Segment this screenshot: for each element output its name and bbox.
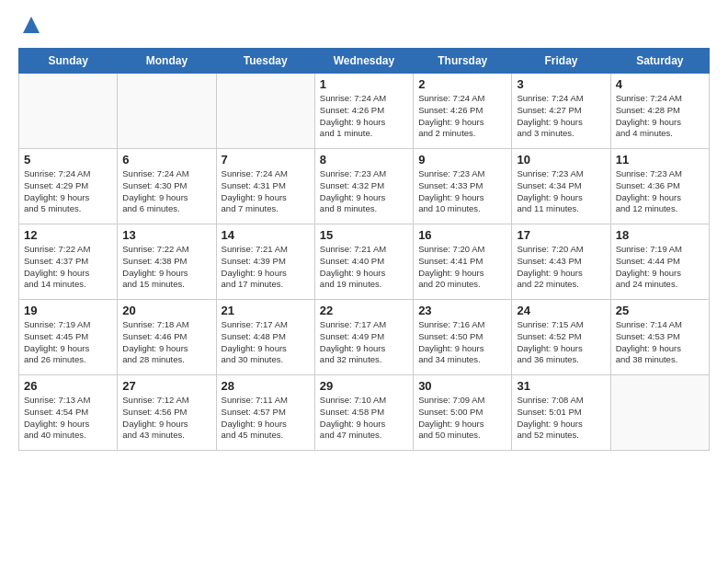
- calendar-cell: 4Sunrise: 7:24 AM Sunset: 4:28 PM Daylig…: [610, 74, 709, 149]
- col-friday: Friday: [512, 49, 610, 74]
- day-number: 13: [122, 228, 210, 242]
- day-info: Sunrise: 7:23 AM Sunset: 4:34 PM Dayligh…: [517, 168, 605, 215]
- calendar-cell: 12Sunrise: 7:22 AM Sunset: 4:37 PM Dayli…: [19, 224, 118, 300]
- calendar-week-1: 1Sunrise: 7:24 AM Sunset: 4:26 PM Daylig…: [19, 74, 710, 149]
- day-number: 1: [320, 77, 408, 91]
- calendar-cell: 17Sunrise: 7:20 AM Sunset: 4:43 PM Dayli…: [512, 224, 610, 300]
- day-number: 28: [222, 379, 310, 393]
- calendar-cell: 14Sunrise: 7:21 AM Sunset: 4:39 PM Dayli…: [216, 224, 314, 300]
- calendar-week-5: 26Sunrise: 7:13 AM Sunset: 4:54 PM Dayli…: [19, 375, 710, 451]
- day-info: Sunrise: 7:17 AM Sunset: 4:49 PM Dayligh…: [320, 319, 408, 366]
- calendar-cell: 23Sunrise: 7:16 AM Sunset: 4:50 PM Dayli…: [414, 300, 512, 375]
- calendar-cell: 8Sunrise: 7:23 AM Sunset: 4:32 PM Daylig…: [314, 149, 413, 224]
- day-number: 20: [122, 304, 210, 317]
- calendar-cell: 20Sunrise: 7:18 AM Sunset: 4:46 PM Dayli…: [118, 300, 216, 375]
- day-info: Sunrise: 7:22 AM Sunset: 4:38 PM Dayligh…: [122, 244, 210, 291]
- calendar-cell: [610, 375, 709, 451]
- day-number: 30: [418, 379, 506, 393]
- calendar-cell: 1Sunrise: 7:24 AM Sunset: 4:26 PM Daylig…: [314, 74, 413, 149]
- day-info: Sunrise: 7:24 AM Sunset: 4:26 PM Dayligh…: [320, 93, 408, 140]
- day-number: 23: [418, 304, 506, 317]
- day-info: Sunrise: 7:12 AM Sunset: 4:56 PM Dayligh…: [122, 395, 210, 442]
- calendar-cell: 31Sunrise: 7:08 AM Sunset: 5:01 PM Dayli…: [512, 375, 610, 451]
- day-number: 14: [222, 228, 310, 242]
- day-info: Sunrise: 7:17 AM Sunset: 4:48 PM Dayligh…: [222, 319, 310, 366]
- calendar-cell: 25Sunrise: 7:14 AM Sunset: 4:53 PM Dayli…: [610, 300, 709, 375]
- day-info: Sunrise: 7:21 AM Sunset: 4:39 PM Dayligh…: [222, 244, 310, 291]
- day-info: Sunrise: 7:14 AM Sunset: 4:53 PM Dayligh…: [616, 319, 704, 366]
- day-number: 15: [320, 228, 408, 242]
- day-info: Sunrise: 7:18 AM Sunset: 4:46 PM Dayligh…: [122, 319, 210, 366]
- day-number: 31: [517, 379, 605, 393]
- calendar-cell: 26Sunrise: 7:13 AM Sunset: 4:54 PM Dayli…: [19, 375, 118, 451]
- calendar-cell: 27Sunrise: 7:12 AM Sunset: 4:56 PM Dayli…: [118, 375, 216, 451]
- logo: [18, 15, 41, 37]
- day-info: Sunrise: 7:24 AM Sunset: 4:26 PM Dayligh…: [418, 93, 506, 140]
- calendar-cell: 5Sunrise: 7:24 AM Sunset: 4:29 PM Daylig…: [19, 149, 118, 224]
- calendar-cell: 11Sunrise: 7:23 AM Sunset: 4:36 PM Dayli…: [610, 149, 709, 224]
- svg-marker-0: [23, 17, 40, 33]
- col-thursday: Thursday: [414, 49, 512, 74]
- calendar-cell: 16Sunrise: 7:20 AM Sunset: 4:41 PM Dayli…: [414, 224, 512, 300]
- day-number: 8: [320, 153, 408, 167]
- day-info: Sunrise: 7:24 AM Sunset: 4:29 PM Dayligh…: [24, 168, 112, 215]
- day-info: Sunrise: 7:16 AM Sunset: 4:50 PM Dayligh…: [418, 319, 506, 366]
- col-tuesday: Tuesday: [216, 49, 314, 74]
- day-info: Sunrise: 7:22 AM Sunset: 4:37 PM Dayligh…: [24, 244, 112, 291]
- day-number: 21: [222, 304, 310, 317]
- day-number: 10: [517, 153, 605, 167]
- day-info: Sunrise: 7:24 AM Sunset: 4:27 PM Dayligh…: [517, 93, 605, 140]
- day-info: Sunrise: 7:24 AM Sunset: 4:28 PM Dayligh…: [616, 93, 704, 140]
- calendar-cell: [19, 74, 118, 149]
- calendar-cell: 2Sunrise: 7:24 AM Sunset: 4:26 PM Daylig…: [414, 74, 512, 149]
- day-info: Sunrise: 7:23 AM Sunset: 4:36 PM Dayligh…: [616, 168, 704, 215]
- col-monday: Monday: [118, 49, 216, 74]
- day-info: Sunrise: 7:20 AM Sunset: 4:43 PM Dayligh…: [517, 244, 605, 291]
- day-info: Sunrise: 7:15 AM Sunset: 4:52 PM Dayligh…: [517, 319, 605, 366]
- calendar-cell: 6Sunrise: 7:24 AM Sunset: 4:30 PM Daylig…: [118, 149, 216, 224]
- calendar-table: Sunday Monday Tuesday Wednesday Thursday…: [18, 48, 710, 451]
- calendar-cell: 21Sunrise: 7:17 AM Sunset: 4:48 PM Dayli…: [216, 300, 314, 375]
- day-info: Sunrise: 7:13 AM Sunset: 4:54 PM Dayligh…: [24, 395, 112, 442]
- day-number: 27: [122, 379, 210, 393]
- day-number: 6: [122, 153, 210, 167]
- day-number: 22: [320, 304, 408, 317]
- day-info: Sunrise: 7:10 AM Sunset: 4:58 PM Dayligh…: [320, 395, 408, 442]
- header: [18, 15, 710, 37]
- day-number: 9: [418, 153, 506, 167]
- day-info: Sunrise: 7:08 AM Sunset: 5:01 PM Dayligh…: [517, 395, 605, 442]
- day-info: Sunrise: 7:09 AM Sunset: 5:00 PM Dayligh…: [418, 395, 506, 442]
- day-number: 16: [418, 228, 506, 242]
- calendar-cell: 29Sunrise: 7:10 AM Sunset: 4:58 PM Dayli…: [314, 375, 413, 451]
- day-info: Sunrise: 7:23 AM Sunset: 4:33 PM Dayligh…: [418, 168, 506, 215]
- calendar-cell: 18Sunrise: 7:19 AM Sunset: 4:44 PM Dayli…: [610, 224, 709, 300]
- day-info: Sunrise: 7:11 AM Sunset: 4:57 PM Dayligh…: [222, 395, 310, 442]
- day-number: 18: [616, 228, 704, 242]
- logo-icon: [18, 15, 41, 37]
- day-number: 19: [24, 304, 112, 317]
- calendar-cell: 13Sunrise: 7:22 AM Sunset: 4:38 PM Dayli…: [118, 224, 216, 300]
- logo-triangle-icon: [21, 15, 41, 35]
- day-info: Sunrise: 7:19 AM Sunset: 4:44 PM Dayligh…: [616, 244, 704, 291]
- calendar-week-3: 12Sunrise: 7:22 AM Sunset: 4:37 PM Dayli…: [19, 224, 710, 300]
- day-info: Sunrise: 7:19 AM Sunset: 4:45 PM Dayligh…: [24, 319, 112, 366]
- calendar-week-2: 5Sunrise: 7:24 AM Sunset: 4:29 PM Daylig…: [19, 149, 710, 224]
- day-info: Sunrise: 7:23 AM Sunset: 4:32 PM Dayligh…: [320, 168, 408, 215]
- col-saturday: Saturday: [610, 49, 709, 74]
- calendar-cell: 30Sunrise: 7:09 AM Sunset: 5:00 PM Dayli…: [414, 375, 512, 451]
- calendar-header-row: Sunday Monday Tuesday Wednesday Thursday…: [19, 49, 710, 74]
- day-number: 7: [222, 153, 310, 167]
- day-number: 11: [616, 153, 704, 167]
- day-number: 17: [517, 228, 605, 242]
- day-info: Sunrise: 7:24 AM Sunset: 4:31 PM Dayligh…: [222, 168, 310, 215]
- calendar-cell: 10Sunrise: 7:23 AM Sunset: 4:34 PM Dayli…: [512, 149, 610, 224]
- calendar-cell: [216, 74, 314, 149]
- day-number: 25: [616, 304, 704, 317]
- day-number: 24: [517, 304, 605, 317]
- day-number: 2: [418, 77, 506, 91]
- col-sunday: Sunday: [19, 49, 118, 74]
- day-info: Sunrise: 7:20 AM Sunset: 4:41 PM Dayligh…: [418, 244, 506, 291]
- col-wednesday: Wednesday: [314, 49, 413, 74]
- calendar-cell: 22Sunrise: 7:17 AM Sunset: 4:49 PM Dayli…: [314, 300, 413, 375]
- calendar-cell: 24Sunrise: 7:15 AM Sunset: 4:52 PM Dayli…: [512, 300, 610, 375]
